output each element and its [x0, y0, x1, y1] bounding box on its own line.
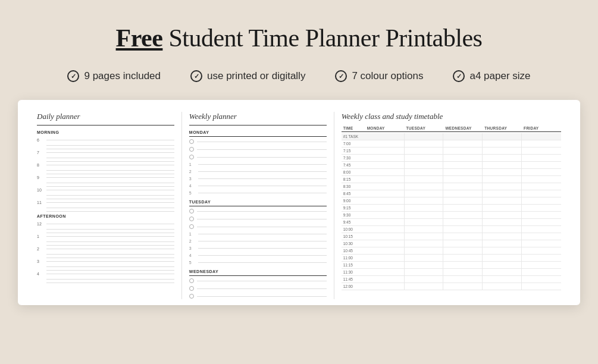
timetable-cell	[483, 262, 522, 268]
task-circle	[189, 155, 194, 159]
time-row: 3	[37, 258, 174, 263]
timetable-row: 8:00	[342, 169, 561, 176]
time-line	[46, 186, 174, 187]
timetable-time-cell: 10:30	[342, 240, 365, 247]
time-label: 2	[37, 246, 46, 251]
check-circle-icon-3	[335, 70, 347, 82]
sub-time-row	[37, 205, 174, 208]
timetable-cell	[405, 197, 444, 204]
task-circle	[189, 216, 194, 221]
timetable-cell	[522, 162, 561, 168]
morning-label: MORNING	[37, 130, 174, 134]
sub-time-row	[37, 280, 174, 283]
features-row: 9 pages included use printed or digitall…	[67, 70, 530, 82]
timetable-cell	[443, 205, 483, 211]
timetable-cell	[483, 197, 522, 204]
timetable-row: 11:00	[342, 255, 561, 262]
weekly-planner-section: Weekly planner MONDAY12345TUESDAY12345WE…	[182, 112, 334, 299]
timetable-cell	[522, 190, 561, 197]
timetable-cell	[365, 247, 405, 254]
timetable-cell	[483, 233, 522, 240]
task-row	[189, 216, 327, 221]
timetable-col-monday: MONDAY	[365, 125, 405, 132]
timetable-cell	[522, 276, 561, 283]
timetable-time-cell: 11:15	[342, 262, 365, 268]
timetable-cell	[365, 255, 405, 261]
timetable-row: 10:30	[342, 240, 561, 247]
timetable-row: 7:30	[342, 155, 561, 162]
timetable-cell	[405, 219, 444, 225]
timetable-time-cell: 9:45	[342, 219, 365, 225]
time-row: 1	[37, 233, 174, 239]
time-label: 12	[37, 221, 46, 226]
timetable-col-tuesday: TUESDAY	[405, 125, 444, 132]
timetable-cell	[443, 233, 483, 240]
timetable-row: 9:45	[342, 219, 561, 226]
time-row: 2	[37, 246, 174, 251]
time-line	[46, 177, 174, 178]
timetable-time-cell: 7:00	[342, 140, 365, 147]
timetable-row: 8:30	[342, 183, 561, 190]
task-line	[198, 178, 327, 179]
time-line	[46, 165, 174, 165]
task-line	[197, 157, 327, 158]
timetable-cell	[405, 226, 444, 233]
timetable-time-cell: 8:45	[342, 190, 365, 197]
sub-time-row	[37, 267, 174, 271]
time-row: 9	[37, 174, 174, 180]
timetable-cell	[443, 162, 483, 168]
task-number: 5	[189, 191, 195, 195]
timetable-cell	[483, 283, 522, 290]
timetable-cell	[365, 205, 405, 211]
timetable-time-cell: 10:45	[342, 247, 365, 254]
sub-time-row	[37, 230, 174, 233]
timetable-cell	[483, 240, 522, 247]
timetable-cell	[405, 190, 444, 197]
timetable-cell	[483, 133, 522, 140]
task-line	[197, 142, 327, 142]
timetable-cell	[443, 269, 483, 275]
sub-time-row	[37, 255, 174, 258]
timetable-cell	[405, 162, 444, 168]
check-circle-icon-4	[453, 70, 465, 82]
timetable-cell	[365, 140, 405, 147]
time-line	[46, 158, 174, 158]
timetable-cell	[443, 276, 483, 283]
task-row	[189, 139, 327, 144]
timetable-time-cell: 11:45	[342, 276, 365, 283]
timetable-cell	[443, 148, 483, 154]
timetable-cell	[405, 155, 444, 161]
timetable-cell	[483, 169, 522, 175]
task-number: 1	[189, 162, 195, 167]
timetable-cell	[405, 169, 444, 175]
timetable-cell	[365, 162, 405, 168]
timetable-cell	[365, 148, 405, 154]
feature-colours: 7 colour options	[335, 70, 423, 82]
timetable-cell	[483, 162, 522, 168]
timetable-cell	[443, 190, 483, 197]
time-line	[46, 208, 174, 208]
timetable-cell	[405, 240, 444, 247]
afternoon-times: 121234	[37, 221, 174, 283]
timetable-cell	[522, 133, 561, 140]
time-line	[46, 270, 174, 271]
task-line	[198, 186, 327, 186]
check-circle-icon-2	[190, 70, 202, 82]
timetable-time-cell: 10:15	[342, 233, 365, 240]
time-row: 10	[37, 187, 174, 192]
task-row: 2	[189, 239, 327, 243]
feature-label-3: 7 colour options	[352, 70, 423, 82]
time-label: 6	[37, 137, 46, 142]
time-line	[46, 279, 174, 280]
sub-time-row	[37, 251, 174, 255]
page-title: Free Student Time Planner Printables	[116, 24, 483, 52]
task-circle	[189, 139, 194, 144]
task-row	[189, 278, 327, 283]
timetable-cell	[522, 219, 561, 225]
task-line	[197, 288, 327, 289]
timetable-row: 11:30	[342, 269, 561, 276]
weekly-day-monday: MONDAY12345	[189, 130, 327, 195]
title-rest: Student Time Planner Printables	[162, 24, 482, 52]
timetable-time-cell: 7:30	[342, 155, 365, 161]
task-line	[197, 227, 327, 227]
